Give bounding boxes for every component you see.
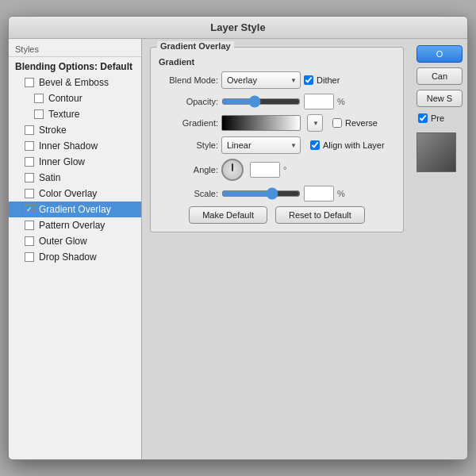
dither-label[interactable]: Dither: [304, 75, 340, 85]
sidebar-item-texture[interactable]: Texture: [9, 106, 141, 122]
angle-value[interactable]: 90: [250, 162, 280, 178]
style-select-wrapper: Linear: [221, 136, 301, 154]
opacity-label: Opacity:: [159, 97, 218, 106]
dither-checkbox[interactable]: [304, 75, 313, 85]
sidebar-item-outer-glow[interactable]: Outer Glow: [9, 233, 141, 249]
ok-button[interactable]: O: [416, 45, 463, 63]
sidebar-item-label: Color Overlay: [39, 188, 97, 199]
sidebar-item-label: Satin: [39, 172, 60, 183]
opacity-unit: %: [337, 97, 345, 106]
gradient-overlay-checkbox[interactable]: [25, 205, 34, 214]
sidebar-item-label: Bevel & Emboss: [39, 77, 109, 88]
sidebar-item-label: Pattern Overlay: [39, 220, 105, 231]
align-layer-checkbox[interactable]: [310, 140, 320, 150]
align-layer-text: Align with Layer: [323, 140, 385, 150]
new-style-button[interactable]: New S: [416, 90, 463, 107]
gradient-subsection-title: Gradient: [159, 57, 395, 67]
make-default-button[interactable]: Make Default: [189, 206, 267, 224]
sidebar-item-bevel-emboss[interactable]: Bevel & Emboss: [9, 75, 141, 90]
blend-mode-select-wrapper: Overlay: [221, 71, 301, 89]
sidebar-item-inner-shadow[interactable]: Inner Shadow: [9, 138, 141, 154]
scale-slider[interactable]: [221, 187, 301, 200]
section-title: Gradient Overlay: [157, 41, 234, 51]
preview-text: Pre: [431, 113, 444, 123]
style-row: Style: Linear Align with Layer: [159, 136, 395, 154]
sidebar-item-pattern-overlay[interactable]: Pattern Overlay: [9, 217, 141, 233]
blend-mode-label: Blend Mode:: [159, 75, 218, 85]
angle-unit: °: [283, 165, 286, 175]
side-buttons-panel: O Can New S Pre: [412, 39, 467, 459]
preview-checkbox[interactable]: [418, 113, 428, 123]
scale-row: Scale: 100 %: [159, 186, 395, 202]
pattern-overlay-checkbox[interactable]: [25, 221, 34, 230]
sidebar-item-stroke[interactable]: Stroke: [9, 122, 141, 138]
opacity-slider[interactable]: [221, 95, 301, 108]
texture-checkbox[interactable]: [34, 109, 44, 119]
align-layer-label[interactable]: Align with Layer: [310, 140, 385, 150]
angle-dial[interactable]: [221, 159, 244, 181]
sidebar-item-drop-shadow[interactable]: Drop Shadow: [9, 249, 141, 265]
sidebar-item-inner-glow[interactable]: Inner Glow: [9, 154, 141, 170]
gradient-preview[interactable]: [221, 115, 301, 131]
sidebar-item-label: Gradient Overlay: [39, 204, 111, 215]
preview-box: [416, 132, 456, 172]
sidebar-item-satin[interactable]: Satin: [9, 170, 141, 186]
dither-text: Dither: [317, 75, 340, 85]
reverse-text: Reverse: [345, 118, 378, 128]
style-label: Style:: [159, 140, 218, 150]
styles-label: Styles: [15, 44, 39, 54]
sidebar-item-gradient-overlay[interactable]: Gradient Overlay: [9, 202, 141, 217]
dialog-title: Layer Style: [9, 17, 467, 39]
scale-value[interactable]: 100: [304, 186, 334, 202]
gradient-label: Gradient:: [159, 118, 218, 128]
sidebar-item-blending-options[interactable]: Blending Options: Default: [9, 59, 141, 75]
contour-checkbox[interactable]: [34, 94, 44, 103]
main-content: Gradient Overlay Gradient Blend Mode: Ov…: [142, 39, 412, 459]
sidebar-item-label: Texture: [48, 109, 79, 120]
sidebar-item-label: Contour: [48, 93, 83, 104]
stroke-checkbox[interactable]: [25, 125, 34, 135]
sidebar-item-label: Inner Glow: [39, 156, 85, 167]
cancel-button[interactable]: Can: [416, 67, 463, 85]
left-panel: Styles Blending Options: Default Bevel &…: [9, 39, 142, 459]
preview-label[interactable]: Pre: [416, 112, 463, 125]
sidebar-item-color-overlay[interactable]: Color Overlay: [9, 186, 141, 202]
opacity-row: Opacity: 40 %: [159, 94, 395, 109]
gradient-arrow-wrapper: [307, 114, 323, 132]
scale-unit: %: [337, 189, 345, 198]
default-buttons-row: Make Default Reset to Default: [159, 206, 395, 224]
scale-label: Scale:: [159, 189, 218, 198]
dialog-title-text: Layer Style: [210, 21, 265, 33]
blend-mode-select[interactable]: Overlay: [221, 71, 301, 89]
bevel-emboss-checkbox[interactable]: [25, 78, 34, 87]
layer-style-dialog: Layer Style Styles Blending Options: Def…: [8, 16, 468, 460]
style-select[interactable]: Linear: [221, 136, 301, 154]
gradient-dropdown[interactable]: [307, 114, 323, 132]
color-overlay-checkbox[interactable]: [25, 189, 34, 198]
opacity-value[interactable]: 40: [304, 94, 334, 109]
sidebar-item-label: Outer Glow: [39, 236, 87, 247]
reverse-checkbox[interactable]: [332, 118, 342, 128]
sidebar-item-label: Blending Options: Default: [15, 61, 132, 72]
angle-row: Angle: 90 °: [159, 159, 395, 181]
gradient-row: Gradient: Reverse: [159, 114, 395, 132]
sidebar-item-label: Stroke: [39, 125, 67, 136]
drop-shadow-checkbox[interactable]: [25, 252, 34, 262]
sidebar-item-label: Drop Shadow: [39, 251, 97, 263]
styles-header: Styles: [9, 42, 141, 57]
blend-mode-row: Blend Mode: Overlay Dither: [159, 71, 395, 89]
sidebar-item-label: Inner Shadow: [39, 140, 98, 152]
gradient-overlay-section: Gradient Overlay Gradient Blend Mode: Ov…: [150, 47, 404, 232]
inner-shadow-checkbox[interactable]: [25, 141, 34, 151]
reset-default-button[interactable]: Reset to Default: [275, 206, 365, 224]
sidebar-item-contour[interactable]: Contour: [9, 90, 141, 106]
outer-glow-checkbox[interactable]: [25, 236, 34, 246]
angle-label: Angle:: [159, 165, 218, 175]
inner-glow-checkbox[interactable]: [25, 157, 34, 167]
satin-checkbox[interactable]: [25, 173, 34, 182]
reverse-label[interactable]: Reverse: [332, 118, 378, 128]
